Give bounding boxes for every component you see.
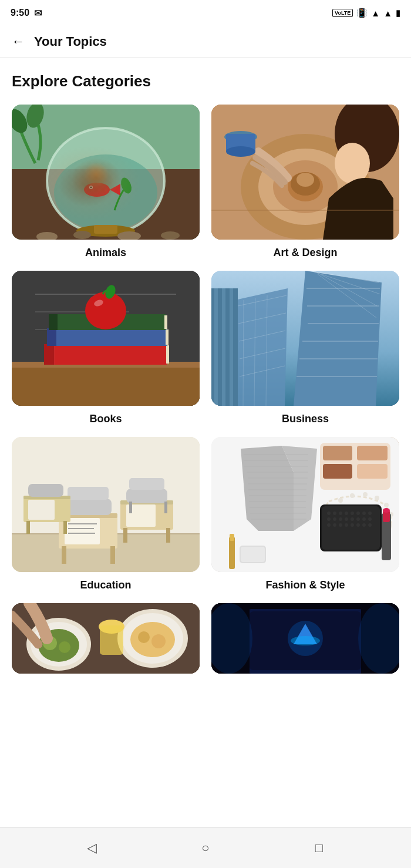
nav-recents-button[interactable]: □ xyxy=(307,836,331,860)
battery-icon: ▮ xyxy=(396,8,400,18)
category-item-books[interactable]: Books xyxy=(12,271,200,425)
svg-point-138 xyxy=(345,512,348,515)
svg-point-150 xyxy=(339,523,342,527)
nav-back-button[interactable]: ◁ xyxy=(80,836,104,860)
svg-point-141 xyxy=(345,517,348,521)
svg-point-2 xyxy=(47,128,164,234)
svg-point-25 xyxy=(335,143,370,184)
status-time: 9:50 xyxy=(11,8,29,18)
partial-category-row xyxy=(12,603,399,674)
svg-rect-118 xyxy=(357,446,388,460)
category-item-food-partial[interactable] xyxy=(12,603,200,674)
svg-rect-81 xyxy=(110,546,115,564)
svg-point-14 xyxy=(73,231,91,239)
status-left: 9:50 ✉ xyxy=(11,8,42,19)
svg-rect-73 xyxy=(222,288,225,406)
svg-rect-93 xyxy=(129,502,132,513)
category-item-fashion[interactable]: Fashion & Style xyxy=(211,437,399,591)
category-item-education[interactable]: Education xyxy=(12,437,200,591)
svg-rect-35 xyxy=(12,362,200,406)
svg-point-123 xyxy=(363,492,368,497)
svg-rect-159 xyxy=(229,537,235,569)
svg-point-132 xyxy=(327,512,331,515)
category-image-art-design xyxy=(211,105,399,240)
svg-rect-74 xyxy=(230,288,233,406)
section-title: Explore Categories xyxy=(12,72,399,90)
svg-rect-99 xyxy=(26,521,30,534)
svg-point-121 xyxy=(338,498,343,503)
svg-rect-80 xyxy=(62,546,66,564)
svg-rect-1 xyxy=(12,169,200,240)
svg-point-183 xyxy=(291,636,320,645)
category-image-business xyxy=(211,271,399,406)
svg-rect-0 xyxy=(12,105,200,240)
category-image-education xyxy=(12,437,200,572)
svg-point-143 xyxy=(356,517,360,521)
svg-point-154 xyxy=(362,523,366,527)
category-item-art-design[interactable]: Art & Design xyxy=(211,105,399,259)
nav-home-button[interactable]: ○ xyxy=(194,836,217,860)
svg-point-12 xyxy=(24,105,46,130)
svg-marker-62 xyxy=(232,288,288,406)
nav-home-icon: ○ xyxy=(201,840,209,856)
bottom-nav: ◁ ○ □ xyxy=(0,827,411,868)
category-label-business: Business xyxy=(282,413,329,425)
svg-rect-119 xyxy=(323,464,352,479)
status-bar: 9:50 ✉ VoLTE 📳 ▲ ▲ ▮ xyxy=(0,0,411,26)
svg-point-153 xyxy=(356,523,360,527)
svg-point-148 xyxy=(327,523,331,527)
svg-rect-102 xyxy=(28,484,63,497)
svg-point-149 xyxy=(333,523,336,527)
svg-point-15 xyxy=(117,231,141,240)
svg-point-4 xyxy=(84,183,110,197)
svg-point-155 xyxy=(368,523,372,527)
svg-point-139 xyxy=(351,512,354,515)
svg-point-3 xyxy=(54,154,157,231)
svg-rect-45 xyxy=(49,314,58,330)
svg-rect-101 xyxy=(28,500,55,520)
category-label-education: Education xyxy=(80,579,131,591)
svg-point-125 xyxy=(384,503,389,507)
svg-rect-91 xyxy=(126,489,167,503)
svg-point-136 xyxy=(333,517,336,521)
svg-rect-46 xyxy=(164,315,167,329)
svg-point-147 xyxy=(368,517,372,521)
svg-point-133 xyxy=(333,512,336,515)
svg-rect-89 xyxy=(166,528,170,543)
svg-rect-117 xyxy=(323,446,352,460)
svg-point-122 xyxy=(350,493,355,498)
category-item-gaming-partial[interactable] xyxy=(211,603,399,674)
mail-icon: ✉ xyxy=(34,8,42,19)
svg-point-23 xyxy=(297,173,314,187)
wifi-icon: ▲ xyxy=(371,8,380,18)
vibrate-icon: 📳 xyxy=(356,8,368,18)
svg-point-144 xyxy=(362,512,366,515)
signal-icon: ▲ xyxy=(383,8,392,18)
category-label-art-design: Art & Design xyxy=(273,247,337,259)
svg-rect-96 xyxy=(68,487,109,500)
svg-point-152 xyxy=(351,523,354,527)
svg-rect-10 xyxy=(94,225,117,234)
svg-rect-92 xyxy=(129,478,164,490)
category-item-animals[interactable]: Animals xyxy=(12,105,200,259)
svg-point-145 xyxy=(368,512,372,515)
svg-rect-40 xyxy=(166,345,169,364)
svg-point-8 xyxy=(119,176,134,195)
back-button[interactable]: ← xyxy=(12,34,25,49)
category-image-fashion xyxy=(211,437,399,572)
svg-rect-72 xyxy=(214,288,218,406)
page-title: Your Topics xyxy=(34,34,107,49)
svg-rect-38 xyxy=(44,344,55,365)
svg-point-146 xyxy=(362,517,366,521)
svg-rect-37 xyxy=(44,344,167,365)
svg-point-124 xyxy=(375,496,379,500)
svg-rect-41 xyxy=(47,328,167,346)
category-item-business[interactable]: Business xyxy=(211,271,399,425)
svg-point-11 xyxy=(12,106,31,136)
svg-rect-95 xyxy=(65,499,112,515)
svg-point-151 xyxy=(345,523,348,527)
main-content: Explore Categories xyxy=(0,58,411,827)
category-grid: Animals xyxy=(12,105,399,591)
nav-recents-icon: □ xyxy=(315,840,323,856)
status-right: VoLTE 📳 ▲ ▲ ▮ xyxy=(332,8,400,18)
